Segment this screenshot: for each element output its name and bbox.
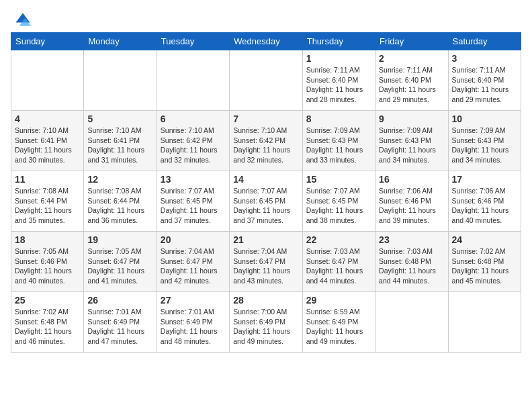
calendar-cell: 1Sunrise: 7:11 AM Sunset: 6:40 PM Daylig… bbox=[302, 50, 375, 111]
day-number: 17 bbox=[452, 174, 517, 185]
day-info: Sunrise: 7:07 AM Sunset: 6:45 PM Dayligh… bbox=[233, 186, 298, 226]
calendar-table: SundayMondayTuesdayWednesdayThursdayFrid… bbox=[11, 32, 521, 353]
day-info: Sunrise: 7:06 AM Sunset: 6:46 PM Dayligh… bbox=[452, 186, 517, 226]
day-info: Sunrise: 7:10 AM Sunset: 6:42 PM Dayligh… bbox=[161, 126, 226, 165]
calendar-cell: 28Sunrise: 7:00 AM Sunset: 6:49 PM Dayli… bbox=[230, 292, 302, 353]
calendar-cell: 7Sunrise: 7:10 AM Sunset: 6:42 PM Daylig… bbox=[230, 111, 302, 171]
day-info: Sunrise: 7:10 AM Sunset: 6:41 PM Dayligh… bbox=[15, 126, 80, 165]
day-info: Sunrise: 7:05 AM Sunset: 6:46 PM Dayligh… bbox=[15, 246, 80, 286]
day-number: 3 bbox=[452, 53, 517, 64]
weekday-header-monday: Monday bbox=[84, 33, 157, 50]
calendar-cell: 22Sunrise: 7:03 AM Sunset: 6:47 PM Dayli… bbox=[302, 232, 375, 292]
logo bbox=[11, 11, 32, 26]
day-number: 25 bbox=[15, 295, 80, 306]
day-info: Sunrise: 7:03 AM Sunset: 6:47 PM Dayligh… bbox=[306, 246, 371, 286]
day-number: 11 bbox=[15, 174, 80, 185]
day-info: Sunrise: 7:00 AM Sunset: 6:49 PM Dayligh… bbox=[233, 307, 298, 347]
calendar-cell: 11Sunrise: 7:08 AM Sunset: 6:44 PM Dayli… bbox=[11, 171, 84, 232]
calendar-cell: 6Sunrise: 7:10 AM Sunset: 6:42 PM Daylig… bbox=[157, 111, 229, 171]
calendar-cell: 13Sunrise: 7:07 AM Sunset: 6:45 PM Dayli… bbox=[157, 171, 229, 232]
calendar-cell bbox=[375, 292, 448, 353]
day-info: Sunrise: 7:06 AM Sunset: 6:46 PM Dayligh… bbox=[379, 186, 444, 226]
day-info: Sunrise: 7:03 AM Sunset: 6:48 PM Dayligh… bbox=[379, 246, 444, 286]
day-number: 24 bbox=[452, 234, 517, 245]
day-info: Sunrise: 7:07 AM Sunset: 6:45 PM Dayligh… bbox=[161, 186, 226, 226]
calendar-cell: 27Sunrise: 7:01 AM Sunset: 6:49 PM Dayli… bbox=[157, 292, 229, 353]
calendar-cell bbox=[448, 292, 521, 353]
weekday-header-friday: Friday bbox=[375, 33, 448, 50]
day-info: Sunrise: 7:05 AM Sunset: 6:47 PM Dayligh… bbox=[87, 246, 152, 286]
day-number: 22 bbox=[306, 234, 371, 245]
day-info: Sunrise: 7:07 AM Sunset: 6:45 PM Dayligh… bbox=[306, 186, 371, 226]
calendar-cell: 16Sunrise: 7:06 AM Sunset: 6:46 PM Dayli… bbox=[375, 171, 448, 232]
day-number: 8 bbox=[306, 113, 371, 124]
calendar-cell: 19Sunrise: 7:05 AM Sunset: 6:47 PM Dayli… bbox=[84, 232, 157, 292]
day-info: Sunrise: 6:59 AM Sunset: 6:49 PM Dayligh… bbox=[306, 307, 371, 347]
calendar-cell: 20Sunrise: 7:04 AM Sunset: 6:47 PM Dayli… bbox=[157, 232, 229, 292]
day-info: Sunrise: 7:11 AM Sunset: 6:40 PM Dayligh… bbox=[306, 65, 371, 105]
day-info: Sunrise: 7:09 AM Sunset: 6:43 PM Dayligh… bbox=[306, 126, 371, 165]
day-number: 20 bbox=[161, 234, 226, 245]
day-number: 19 bbox=[87, 234, 152, 245]
calendar-cell bbox=[230, 50, 302, 111]
day-number: 10 bbox=[452, 113, 517, 124]
calendar-cell: 5Sunrise: 7:10 AM Sunset: 6:41 PM Daylig… bbox=[84, 111, 157, 171]
weekday-header-thursday: Thursday bbox=[302, 33, 375, 50]
day-info: Sunrise: 7:02 AM Sunset: 6:48 PM Dayligh… bbox=[15, 307, 80, 347]
calendar-cell: 4Sunrise: 7:10 AM Sunset: 6:41 PM Daylig… bbox=[11, 111, 84, 171]
day-number: 6 bbox=[161, 113, 226, 124]
day-number: 7 bbox=[233, 113, 298, 124]
calendar-cell: 18Sunrise: 7:05 AM Sunset: 6:46 PM Dayli… bbox=[11, 232, 84, 292]
day-number: 4 bbox=[15, 113, 80, 124]
day-info: Sunrise: 7:01 AM Sunset: 6:49 PM Dayligh… bbox=[161, 307, 226, 347]
calendar-week-4: 25Sunrise: 7:02 AM Sunset: 6:48 PM Dayli… bbox=[11, 292, 521, 353]
day-info: Sunrise: 7:11 AM Sunset: 6:40 PM Dayligh… bbox=[379, 65, 444, 105]
day-number: 29 bbox=[306, 295, 371, 306]
day-info: Sunrise: 7:09 AM Sunset: 6:43 PM Dayligh… bbox=[379, 126, 444, 165]
day-number: 15 bbox=[306, 174, 371, 185]
page-header bbox=[11, 11, 521, 26]
day-number: 23 bbox=[379, 234, 444, 245]
day-number: 9 bbox=[379, 113, 444, 124]
day-number: 26 bbox=[87, 295, 152, 306]
calendar-cell: 14Sunrise: 7:07 AM Sunset: 6:45 PM Dayli… bbox=[230, 171, 302, 232]
calendar-week-2: 11Sunrise: 7:08 AM Sunset: 6:44 PM Dayli… bbox=[11, 171, 521, 232]
calendar-cell bbox=[11, 50, 84, 111]
day-number: 16 bbox=[379, 174, 444, 185]
day-number: 28 bbox=[233, 295, 298, 306]
calendar-cell: 2Sunrise: 7:11 AM Sunset: 6:40 PM Daylig… bbox=[375, 50, 448, 111]
weekday-header-wednesday: Wednesday bbox=[230, 33, 302, 50]
calendar-cell: 24Sunrise: 7:02 AM Sunset: 6:48 PM Dayli… bbox=[448, 232, 521, 292]
calendar-cell: 3Sunrise: 7:11 AM Sunset: 6:40 PM Daylig… bbox=[448, 50, 521, 111]
day-info: Sunrise: 7:04 AM Sunset: 6:47 PM Dayligh… bbox=[233, 246, 298, 286]
calendar-cell: 23Sunrise: 7:03 AM Sunset: 6:48 PM Dayli… bbox=[375, 232, 448, 292]
calendar-cell: 21Sunrise: 7:04 AM Sunset: 6:47 PM Dayli… bbox=[230, 232, 302, 292]
calendar-cell: 8Sunrise: 7:09 AM Sunset: 6:43 PM Daylig… bbox=[302, 111, 375, 171]
day-info: Sunrise: 7:04 AM Sunset: 6:47 PM Dayligh… bbox=[161, 246, 226, 286]
weekday-header-tuesday: Tuesday bbox=[157, 33, 229, 50]
day-info: Sunrise: 7:08 AM Sunset: 6:44 PM Dayligh… bbox=[87, 186, 152, 226]
calendar-cell bbox=[84, 50, 157, 111]
calendar-cell: 25Sunrise: 7:02 AM Sunset: 6:48 PM Dayli… bbox=[11, 292, 84, 353]
day-number: 13 bbox=[161, 174, 226, 185]
day-info: Sunrise: 7:01 AM Sunset: 6:49 PM Dayligh… bbox=[87, 307, 152, 347]
calendar-cell: 9Sunrise: 7:09 AM Sunset: 6:43 PM Daylig… bbox=[375, 111, 448, 171]
day-info: Sunrise: 7:08 AM Sunset: 6:44 PM Dayligh… bbox=[15, 186, 80, 226]
logo-icon bbox=[13, 11, 32, 30]
calendar-cell: 26Sunrise: 7:01 AM Sunset: 6:49 PM Dayli… bbox=[84, 292, 157, 353]
weekday-header-sunday: Sunday bbox=[11, 33, 84, 50]
day-number: 27 bbox=[161, 295, 226, 306]
day-info: Sunrise: 7:10 AM Sunset: 6:42 PM Dayligh… bbox=[233, 126, 298, 165]
calendar-cell: 17Sunrise: 7:06 AM Sunset: 6:46 PM Dayli… bbox=[448, 171, 521, 232]
weekday-header-saturday: Saturday bbox=[448, 33, 521, 50]
calendar-cell: 29Sunrise: 6:59 AM Sunset: 6:49 PM Dayli… bbox=[302, 292, 375, 353]
calendar-week-0: 1Sunrise: 7:11 AM Sunset: 6:40 PM Daylig… bbox=[11, 50, 521, 111]
day-info: Sunrise: 7:11 AM Sunset: 6:40 PM Dayligh… bbox=[452, 65, 517, 105]
day-number: 5 bbox=[87, 113, 152, 124]
day-number: 12 bbox=[87, 174, 152, 185]
day-number: 21 bbox=[233, 234, 298, 245]
calendar-cell: 10Sunrise: 7:09 AM Sunset: 6:43 PM Dayli… bbox=[448, 111, 521, 171]
day-number: 18 bbox=[15, 234, 80, 245]
day-info: Sunrise: 7:09 AM Sunset: 6:43 PM Dayligh… bbox=[452, 126, 517, 165]
day-number: 2 bbox=[379, 53, 444, 64]
